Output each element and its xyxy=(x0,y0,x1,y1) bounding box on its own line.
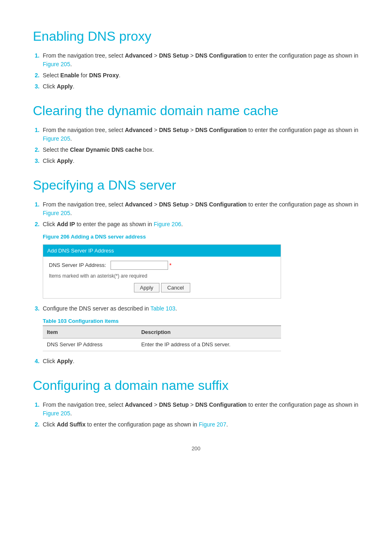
nav-dns-configuration: DNS Configuration xyxy=(195,201,247,208)
table-103-link[interactable]: Table 103 xyxy=(150,305,175,312)
step-item: From the navigation tree, select Advance… xyxy=(41,200,359,218)
required-star: * xyxy=(169,261,171,270)
page-number: 200 xyxy=(33,445,359,452)
col-description: Description xyxy=(137,326,281,338)
figure-205-link-2[interactable]: Figure 205 xyxy=(43,135,70,142)
dns-server-ip-input[interactable] xyxy=(111,261,168,270)
step-item: From the navigation tree, select Advance… xyxy=(41,51,359,69)
figure-205-link-3[interactable]: Figure 205 xyxy=(43,210,70,216)
table-row: DNS Server IP Address Enter the IP addre… xyxy=(43,338,281,351)
step-item: Click Apply. xyxy=(41,82,359,91)
nav-dns-setup: DNS Setup xyxy=(159,201,189,208)
required-note: Items marked with an asterisk(*) are req… xyxy=(49,272,275,280)
table-header-row: Item Description xyxy=(43,326,281,338)
figure-205-link-1[interactable]: Figure 205 xyxy=(43,61,70,67)
clearing-dynamic-steps: From the navigation tree, select Advance… xyxy=(41,126,359,165)
section-title-configuring-domain-suffix: Configuring a domain name suffix xyxy=(33,378,359,393)
add-suffix-label: Add Suffix xyxy=(57,421,85,428)
step-item: From the navigation tree, select Advance… xyxy=(41,126,359,143)
figure-207-link[interactable]: Figure 207 xyxy=(199,421,226,428)
enabling-dns-proxy-steps: From the navigation tree, select Advance… xyxy=(41,51,359,91)
enable-label: Enable xyxy=(60,72,79,79)
apply-label: Apply xyxy=(57,83,73,90)
configuring-domain-suffix-steps: From the navigation tree, select Advance… xyxy=(41,401,359,429)
specifying-dns-server-steps: From the navigation tree, select Advance… xyxy=(41,200,359,366)
dns-server-ip-row: DNS Server IP Address: * xyxy=(49,261,275,270)
nav-advanced: Advanced xyxy=(125,401,152,408)
cancel-button[interactable]: Cancel xyxy=(161,283,190,292)
step-item: Click Add Suffix to enter the configurat… xyxy=(41,420,359,429)
apply-label: Apply xyxy=(57,358,73,364)
nav-dns-configuration: DNS Configuration xyxy=(195,52,247,59)
figure-206-header: Add DNS Server IP Address xyxy=(43,245,281,257)
step-item: From the navigation tree, select Advance… xyxy=(41,401,359,418)
step-item: Select Enable for DNS Proxy. xyxy=(41,71,359,80)
table-103-title: Table 103 Configuration items xyxy=(43,317,359,325)
figure-205-link-4[interactable]: Figure 205 xyxy=(43,410,70,417)
nav-advanced: Advanced xyxy=(125,127,152,133)
nav-dns-configuration: DNS Configuration xyxy=(195,127,247,133)
step-item: Click Apply. xyxy=(41,357,359,366)
figure-206-body: DNS Server IP Address: * Items marked wi… xyxy=(43,257,281,298)
section-title-enabling-dns-proxy: Enabling DNS proxy xyxy=(33,29,359,44)
table-103: Item Description DNS Server IP Address E… xyxy=(43,325,281,351)
nav-advanced: Advanced xyxy=(125,201,152,208)
nav-dns-setup: DNS Setup xyxy=(159,52,189,59)
step-item: Select the Clear Dynamic DNS cache box. xyxy=(41,146,359,154)
table-cell-description: Enter the IP address of a DNS server. xyxy=(137,338,281,351)
figure-206-title: Figure 206 Adding a DNS server address xyxy=(43,233,359,241)
step-item: Configure the DNS server as described in… xyxy=(41,304,359,351)
step-item: Click Apply. xyxy=(41,157,359,165)
nav-dns-setup: DNS Setup xyxy=(159,401,189,408)
clear-dns-cache-label: Clear Dynamic DNS cache xyxy=(70,146,141,153)
add-ip-label: Add IP xyxy=(57,221,75,227)
apply-button[interactable]: Apply xyxy=(134,283,160,292)
dns-proxy-label: DNS Proxy xyxy=(89,72,119,79)
step-item: Click Add IP to enter the page as shown … xyxy=(41,220,359,299)
figure-206-box: Add DNS Server IP Address DNS Server IP … xyxy=(43,244,281,299)
col-item: Item xyxy=(43,326,137,338)
nav-dns-configuration: DNS Configuration xyxy=(195,401,247,408)
figure-206-link[interactable]: Figure 206 xyxy=(154,221,181,227)
apply-label: Apply xyxy=(57,158,73,164)
table-cell-item: DNS Server IP Address xyxy=(43,338,137,351)
form-button-row: Apply Cancel xyxy=(49,283,275,292)
nav-dns-setup: DNS Setup xyxy=(159,127,189,133)
section-title-clearing-dynamic: Clearing the dynamic domain name cache xyxy=(33,103,359,118)
dns-server-ip-label: DNS Server IP Address: xyxy=(49,261,111,269)
section-title-specifying-dns-server: Specifying a DNS server xyxy=(33,178,359,193)
nav-advanced: Advanced xyxy=(125,52,152,59)
